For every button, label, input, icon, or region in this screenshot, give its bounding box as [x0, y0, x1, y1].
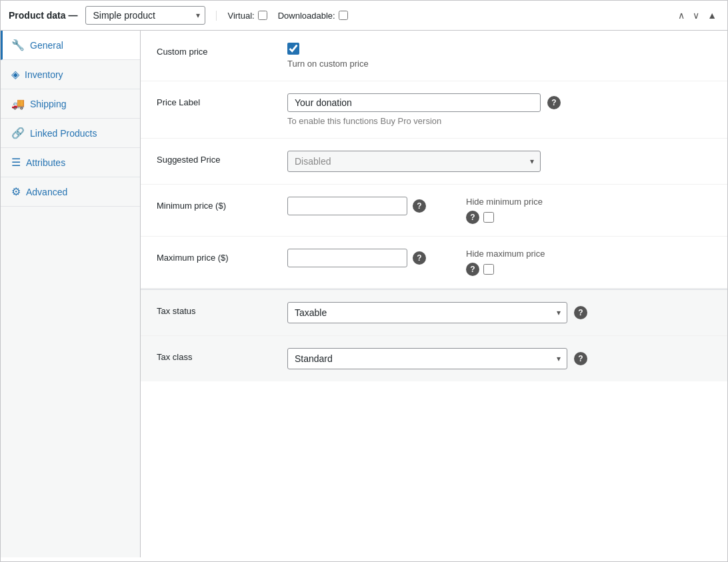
maximum-price-label: Maximum price ($) — [157, 249, 277, 263]
product-type-wrapper: Simple product ▾ — [85, 6, 205, 25]
tax-class-label: Tax class — [157, 348, 277, 362]
hide-maximum-help-icon[interactable]: ? — [466, 263, 479, 276]
link-icon: 🔗 — [11, 127, 25, 139]
price-label-input-row: ? — [287, 93, 711, 112]
tax-class-help-icon[interactable]: ? — [574, 352, 587, 365]
downloadable-label-text: Downloadable: — [278, 11, 335, 21]
product-data-body: 🔧 General ◈ Inventory 🚚 Shipping 🔗 Linke… — [1, 31, 727, 557]
tax-class-input-row: Standard Reduced rate Zero rate ▾ ? — [287, 348, 711, 369]
price-label-content: ? To enable this functions Buy Pro versi… — [287, 93, 711, 126]
price-label-help-icon[interactable]: ? — [547, 96, 561, 109]
suggested-price-select[interactable]: Disabled — [287, 151, 541, 172]
sidebar-label-advanced: Advanced — [26, 187, 67, 197]
price-label-input[interactable] — [287, 93, 541, 112]
suggested-price-label: Suggested Price — [157, 151, 277, 165]
maximum-price-input[interactable] — [287, 249, 407, 267]
virtual-label-text: Virtual: — [227, 11, 254, 21]
sidebar-label-inventory: Inventory — [25, 69, 63, 80]
minimum-price-label: Minimum price ($) — [157, 197, 277, 211]
maximum-price-input-group: ? — [287, 249, 426, 267]
price-label-label: Price Label — [157, 93, 277, 107]
tax-status-content: Taxable Shipping only None ▾ ? — [287, 302, 711, 323]
tax-class-content: Standard Reduced rate Zero rate ▾ ? — [287, 348, 711, 369]
product-data-panel: Product data — Simple product ▾ Virtual:… — [0, 0, 728, 562]
suggested-price-content: Disabled ▾ — [287, 151, 711, 172]
tax-class-select[interactable]: Standard Reduced rate Zero rate — [287, 348, 567, 369]
price-label-row: Price Label ? To enable this functions B… — [141, 81, 727, 139]
sidebar-label-general: General — [30, 40, 63, 51]
sidebar-item-inventory[interactable]: ◈ Inventory — [1, 60, 140, 89]
hide-maximum-row: ? — [466, 263, 545, 276]
tax-status-label: Tax status — [157, 302, 277, 316]
sidebar: 🔧 General ◈ Inventory 🚚 Shipping 🔗 Linke… — [1, 31, 141, 557]
custom-price-content: Turn on custom price — [287, 43, 711, 69]
hide-maximum-checkbox[interactable] — [483, 264, 494, 275]
custom-price-row: Custom price Turn on custom price — [141, 31, 727, 81]
maximum-price-help-icon[interactable]: ? — [413, 251, 426, 265]
sidebar-label-shipping: Shipping — [30, 99, 67, 109]
virtual-label[interactable]: Virtual: — [227, 11, 267, 21]
suggested-price-select-wrapper: Disabled ▾ — [287, 151, 541, 172]
hide-minimum-group: Hide minimum price ? — [466, 197, 543, 224]
sidebar-label-linked-products: Linked Products — [30, 128, 97, 139]
hide-maximum-label: Hide maximum price — [466, 249, 545, 259]
virtual-checkbox[interactable] — [258, 11, 267, 20]
downloadable-label[interactable]: Downloadable: — [278, 11, 348, 21]
tax-status-help-icon[interactable]: ? — [574, 306, 587, 319]
tax-class-row: Tax class Standard Reduced rate Zero rat… — [141, 336, 727, 381]
collapse-up-button[interactable]: ∧ — [675, 9, 687, 22]
hide-minimum-checkbox[interactable] — [483, 212, 494, 223]
inventory-icon: ◈ — [11, 68, 19, 81]
attributes-icon: ☰ — [11, 156, 21, 169]
product-type-select[interactable]: Simple product — [85, 6, 205, 25]
sidebar-item-advanced[interactable]: ⚙ Advanced — [1, 177, 140, 207]
sidebar-label-attributes: Attributes — [26, 157, 65, 168]
tax-status-select-wrapper: Taxable Shipping only None ▾ — [287, 302, 567, 323]
tax-status-select[interactable]: Taxable Shipping only None — [287, 302, 567, 323]
virtual-downloadable-group: Virtual: Downloadable: — [216, 11, 347, 21]
minimum-price-input[interactable] — [287, 197, 407, 215]
gear-icon: ⚙ — [11, 185, 21, 198]
tax-class-select-wrapper: Standard Reduced rate Zero rate ▾ — [287, 348, 567, 369]
downloadable-checkbox[interactable] — [339, 11, 348, 20]
wrench-icon: 🔧 — [11, 39, 25, 51]
hide-maximum-group: Hide maximum price ? — [466, 249, 545, 276]
shipping-icon: 🚚 — [11, 97, 25, 110]
main-content: Custom price Turn on custom price Price … — [141, 31, 727, 557]
minimum-price-help-icon[interactable]: ? — [413, 199, 426, 213]
header-arrows: ∧ ∨ ▲ — [675, 9, 719, 22]
maximum-price-content: ? Hide maximum price ? — [287, 249, 711, 276]
minimum-price-row: Minimum price ($) ? Hide minimum price ? — [141, 185, 727, 237]
sidebar-item-linked-products[interactable]: 🔗 Linked Products — [1, 119, 140, 148]
custom-price-checkbox[interactable] — [287, 43, 299, 55]
sidebar-item-attributes[interactable]: ☰ Attributes — [1, 148, 140, 177]
pro-notice-text: To enable this functions Buy Pro version — [287, 116, 711, 126]
suggested-price-row: Suggested Price Disabled ▾ — [141, 139, 727, 185]
minimum-price-input-group: ? — [287, 197, 426, 215]
tax-status-input-row: Taxable Shipping only None ▾ ? — [287, 302, 711, 323]
hide-minimum-row: ? — [466, 211, 543, 224]
collapse-down-button[interactable]: ∨ — [690, 9, 702, 22]
product-data-header: Product data — Simple product ▾ Virtual:… — [1, 1, 727, 31]
minimum-price-content: ? Hide minimum price ? — [287, 197, 711, 224]
sidebar-item-general[interactable]: 🔧 General — [1, 31, 140, 60]
maximum-price-row: Maximum price ($) ? Hide maximum price ? — [141, 237, 727, 289]
hide-minimum-label: Hide minimum price — [466, 197, 543, 207]
collapse-toggle-button[interactable]: ▲ — [705, 9, 719, 22]
custom-price-hint: Turn on custom price — [287, 59, 711, 69]
custom-price-label: Custom price — [157, 43, 277, 57]
hide-minimum-help-icon[interactable]: ? — [466, 211, 479, 224]
product-data-title: Product data — — [9, 10, 77, 21]
sidebar-item-shipping[interactable]: 🚚 Shipping — [1, 89, 140, 119]
tax-status-row: Tax status Taxable Shipping only None ▾ … — [141, 289, 727, 336]
custom-price-check-group — [287, 43, 711, 55]
